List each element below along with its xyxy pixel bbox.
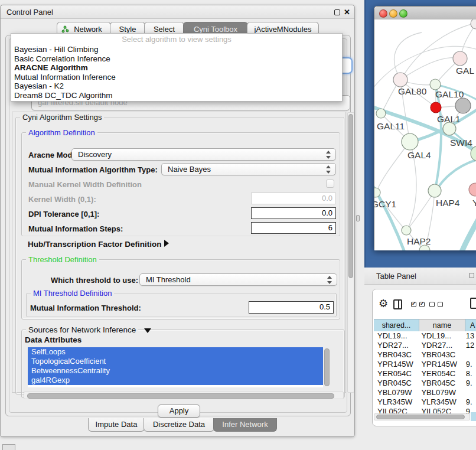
table-cell (462, 388, 476, 397)
network-node-label: GCY1 (374, 199, 396, 209)
mi-steps-field[interactable]: 6 (251, 222, 336, 234)
network-node[interactable] (430, 79, 441, 90)
manual-kernel-checkbox[interactable] (326, 180, 334, 188)
network-node[interactable] (402, 226, 411, 235)
splitter-handle[interactable] (356, 215, 360, 221)
apply-button[interactable]: Apply (158, 405, 200, 418)
algorithm-option[interactable]: Dream8 DC_TDC Algorithm (11, 91, 342, 100)
table-row[interactable]: YDR27...YDR27...12 (374, 341, 476, 350)
algorithm-option[interactable]: Basic Correlation Inference (11, 54, 342, 64)
tab-select-label: Select (154, 25, 175, 34)
network-canvas[interactable]: GALGAL80GAL10GAL1GAL11SWI4GAL4GCY1HAP4YH… (374, 19, 476, 250)
network-node[interactable] (428, 184, 441, 197)
network-node-label: GAL11 (377, 121, 405, 131)
table-cell: 9. (462, 379, 476, 388)
table-row[interactable]: YDL19...YDL19...13 (374, 331, 476, 341)
data-attribute-item[interactable]: TopologicalCoefficient (28, 357, 323, 366)
column-header-next[interactable]: A (465, 319, 476, 332)
data-attributes-label: Data Attributes (25, 335, 81, 344)
table-row[interactable]: YBR043CYBR043C (374, 350, 476, 360)
algorithm-option[interactable]: Mutual Information Inference (11, 73, 342, 82)
data-attribute-item[interactable]: SelfLoops (28, 347, 323, 357)
network-node[interactable] (471, 19, 476, 29)
table-panel-float-icon[interactable] (469, 273, 474, 278)
network-node-label: GAL80 (398, 86, 427, 96)
select-all-checkbox-icon[interactable]: ✓ (411, 302, 416, 307)
column-header-name[interactable]: name (419, 319, 465, 332)
network-node-label: HAP4 (436, 198, 460, 208)
table-cell: YLR345W (374, 397, 418, 407)
kernel-width-field[interactable]: 0.0 (251, 193, 336, 204)
table-row[interactable]: YER054CYER054C8. (374, 369, 476, 379)
network-edge (407, 192, 434, 230)
select-all-checkbox2-icon[interactable]: ✓ (419, 302, 425, 307)
network-node[interactable] (374, 188, 380, 197)
table-cell: 12 (462, 341, 476, 350)
aracne-mode-combobox[interactable]: Discovery (71, 148, 336, 161)
zoom-traffic-light-icon[interactable] (399, 9, 407, 18)
minimized-widget-partial[interactable] (2, 444, 15, 450)
settings-hscroll-thumb[interactable] (27, 393, 334, 399)
document-icon[interactable] (470, 298, 476, 309)
sources-collapse-arrow-icon[interactable] (144, 328, 151, 333)
tab-infer-network[interactable]: Infer Network (213, 418, 277, 432)
control-panel-titlebar[interactable]: Control Panel ✕ (1, 5, 354, 19)
table-hscroll-thumb[interactable] (376, 415, 465, 419)
network-window-titlebar[interactable] (374, 6, 476, 20)
settings-horizontal-scrollbar[interactable] (24, 392, 344, 399)
mi-type-combobox[interactable]: Naive Bayes (161, 163, 336, 175)
table-row[interactable]: YBR045CYBR045C9. (374, 379, 476, 388)
network-node[interactable] (455, 98, 471, 113)
algorithm-option[interactable]: Bayesian - Hill Climbing (11, 45, 342, 54)
table-cell: YDL19... (374, 331, 418, 341)
table-row[interactable]: YPR145WYPR145W9. (374, 360, 476, 369)
table-row[interactable]: YBL079WYBL079W (374, 388, 476, 397)
hub-expand-arrow-icon[interactable] (164, 240, 169, 247)
column-header-shared-name[interactable]: shared... (374, 319, 419, 332)
tab-impute-data[interactable]: Impute Data (88, 418, 145, 432)
deselect-checkbox2-icon[interactable] (438, 302, 443, 307)
mi-steps-label: Mutual Information Steps: (28, 224, 123, 233)
network-node[interactable] (393, 73, 407, 87)
table-panel-titlebar: Table Panel (364, 268, 476, 285)
threshold-group-title: Threshold Definition (26, 256, 99, 264)
table-cell: YDR27... (374, 341, 418, 350)
settings-vertical-scrollbar[interactable] (347, 112, 354, 393)
float-window-icon[interactable] (334, 9, 340, 15)
algorithm-option[interactable]: ARACNE Algorithm (11, 63, 342, 73)
close-icon[interactable]: ✕ (344, 9, 350, 15)
table-row[interactable]: YIL052CYIL052C9. (374, 407, 476, 413)
settings-vscroll-thumb[interactable] (348, 114, 353, 278)
network-node[interactable] (469, 183, 476, 196)
attributes-vscroll-thumb[interactable] (324, 348, 330, 386)
algorithm-option[interactable]: Bayesian - K2 (11, 81, 342, 91)
tab-infer-network-label: Infer Network (222, 420, 268, 429)
mi-threshold-field[interactable]: 0.5 (249, 301, 334, 314)
data-attributes-list[interactable]: SelfLoopsTopologicalCoefficientBetweenne… (28, 347, 323, 387)
column-layout-icon[interactable] (393, 299, 402, 309)
network-node[interactable] (453, 51, 467, 66)
network-node[interactable] (376, 109, 386, 118)
network-node-label: GAL4 (407, 150, 431, 160)
network-edge (376, 143, 409, 192)
minimize-traffic-light-icon[interactable] (389, 9, 397, 18)
sources-group-title: Sources for Network Inference (26, 326, 138, 334)
network-node[interactable] (443, 122, 456, 135)
combo-arrows-icon (327, 276, 332, 284)
network-node[interactable] (431, 102, 441, 113)
network-node[interactable] (402, 133, 418, 150)
network-node-label: HAP2 (407, 236, 431, 246)
close-traffic-light-icon[interactable] (379, 9, 387, 18)
data-attribute-item[interactable]: BetweennessCentrality (28, 366, 323, 376)
tab-discretize-data[interactable]: Discretize Data (144, 418, 214, 432)
application-root: Control Panel ✕ Network Style Select (0, 0, 476, 450)
dpi-tolerance-field[interactable]: 0.0 (251, 207, 336, 219)
combo-arrows-icon (326, 151, 331, 159)
table-row[interactable]: YLR345WYLR345W9. (374, 397, 476, 407)
which-threshold-combobox[interactable]: MI Threshold (139, 273, 337, 286)
deselect-checkbox-icon[interactable] (429, 302, 435, 307)
data-attribute-item[interactable]: gal4RGexp (28, 376, 323, 385)
settings-gear-icon[interactable]: ⚙ (379, 297, 388, 310)
table-horizontal-scrollbar[interactable] (374, 413, 470, 420)
tab-discretize-data-label: Discretize Data (153, 420, 205, 429)
